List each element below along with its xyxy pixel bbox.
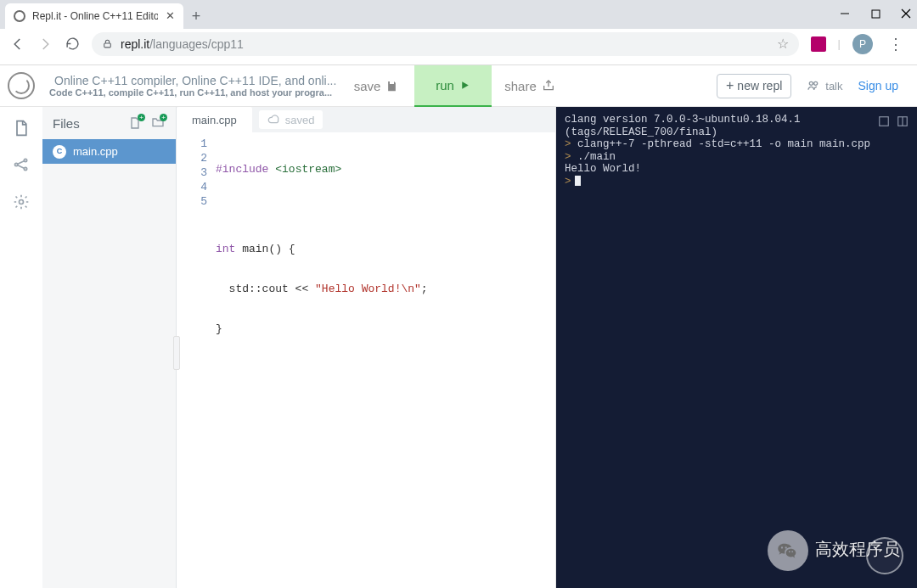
svg-line-13 xyxy=(18,165,24,168)
splitter-handle[interactable] xyxy=(173,336,180,370)
repl-subtitle: Code C++11, compile C++11, run C++11, an… xyxy=(49,87,331,98)
browser-chrome: Repl.it - Online C++11 Editor ✕ + repl.i… xyxy=(0,0,917,65)
save-icon xyxy=(385,80,398,92)
term-expand-icon[interactable] xyxy=(878,115,890,127)
plus-icon: + xyxy=(726,78,734,93)
close-icon[interactable] xyxy=(900,8,912,20)
add-folder-button[interactable]: + xyxy=(150,115,166,131)
wechat-icon xyxy=(768,530,808,571)
files-icon[interactable] xyxy=(13,119,30,136)
terminal-pane[interactable]: clang version 7.0.0-3~ubuntu0.18.04.1 (t… xyxy=(556,107,917,588)
cloud-icon xyxy=(267,114,280,126)
tab-title: Repl.it - Online C++11 Editor xyxy=(32,10,158,22)
terminal-controls xyxy=(878,115,909,127)
terminal-line: clang version 7.0.0-3~ubuntu0.18.04.1 (t… xyxy=(565,114,909,138)
tab-favicon xyxy=(14,10,25,22)
browser-tab[interactable]: Repl.it - Online C++11 Editor ✕ xyxy=(5,3,183,29)
talk-link[interactable]: talk xyxy=(807,79,842,92)
svg-line-12 xyxy=(18,161,24,164)
back-icon[interactable] xyxy=(10,36,25,52)
save-button[interactable]: save xyxy=(338,65,414,107)
share-icon xyxy=(542,79,555,92)
code-editor[interactable]: 1 2 3 4 5 #include <iostream> int main()… xyxy=(177,132,555,588)
svg-point-8 xyxy=(814,81,818,85)
svg-rect-15 xyxy=(880,117,889,126)
run-button[interactable]: run xyxy=(414,65,492,107)
svg-rect-4 xyxy=(104,43,111,48)
term-split-icon[interactable] xyxy=(897,115,909,127)
cursor xyxy=(575,176,581,186)
people-icon xyxy=(807,79,820,92)
address-bar[interactable]: repl.it/languages/cpp11 ☆ xyxy=(92,32,799,56)
svg-point-9 xyxy=(15,163,18,165)
svg-marker-6 xyxy=(462,81,469,89)
terminal-line: > ./main xyxy=(565,151,909,164)
repl-info: Online C++11 compiler, Online C++11 IDE,… xyxy=(42,74,338,98)
maximize-icon[interactable] xyxy=(869,8,881,20)
bookmark-star-icon[interactable]: ☆ xyxy=(777,36,789,52)
minimize-icon[interactable] xyxy=(839,8,851,20)
lock-icon xyxy=(102,38,114,49)
app-header: Online C++11 compiler, Online C++11 IDE,… xyxy=(0,65,917,107)
svg-point-11 xyxy=(24,167,26,170)
activity-bar xyxy=(0,107,42,588)
sign-up-link[interactable]: Sign up xyxy=(858,79,898,92)
play-icon xyxy=(459,80,470,91)
files-panel-title: Files xyxy=(53,116,80,131)
url-text: repl.it/languages/cpp11 xyxy=(121,37,244,51)
new-tab-button[interactable]: + xyxy=(183,3,209,29)
saved-status: saved xyxy=(259,110,323,129)
svg-point-7 xyxy=(810,81,813,85)
replit-logo[interactable] xyxy=(8,72,35,99)
svg-rect-1 xyxy=(872,10,880,18)
watermark: 高效程序员 xyxy=(768,530,900,571)
line-gutter: 1 2 3 4 5 xyxy=(177,136,216,588)
add-file-button[interactable]: + xyxy=(128,115,143,131)
file-name: main.cpp xyxy=(73,145,118,158)
share-tree-icon[interactable] xyxy=(13,156,30,173)
settings-gear-icon[interactable] xyxy=(13,193,30,210)
forward-icon[interactable] xyxy=(37,36,53,52)
browser-menu-icon[interactable]: ⋮ xyxy=(885,35,907,53)
code-content[interactable]: #include <iostream> int main() { std::co… xyxy=(216,136,555,588)
editor-tab-main-cpp[interactable]: main.cpp xyxy=(177,107,252,132)
editor-pane: main.cpp saved 1 2 3 4 5 #include <iostr… xyxy=(177,107,556,588)
file-item-main-cpp[interactable]: C main.cpp xyxy=(42,139,176,164)
terminal-output: Hello World! xyxy=(565,163,909,176)
terminal-line: > clang++-7 -pthread -std=c++11 -o main … xyxy=(565,138,909,151)
terminal-prompt: > xyxy=(565,176,909,188)
window-controls xyxy=(839,5,912,22)
extension-icon[interactable] xyxy=(811,36,826,52)
files-panel: Files + + C main.cpp xyxy=(42,107,177,588)
tab-close-icon[interactable]: ✕ xyxy=(165,11,175,21)
svg-point-10 xyxy=(24,159,26,161)
svg-point-14 xyxy=(20,200,24,204)
share-button[interactable]: share xyxy=(492,65,568,107)
new-repl-button[interactable]: + new repl xyxy=(717,74,791,98)
svg-rect-5 xyxy=(390,81,394,83)
reload-icon[interactable] xyxy=(65,36,80,51)
profile-avatar[interactable]: P xyxy=(852,34,873,54)
repl-title: Online C++11 compiler, Online C++11 IDE,… xyxy=(54,74,336,87)
cpp-file-icon: C xyxy=(53,145,66,159)
